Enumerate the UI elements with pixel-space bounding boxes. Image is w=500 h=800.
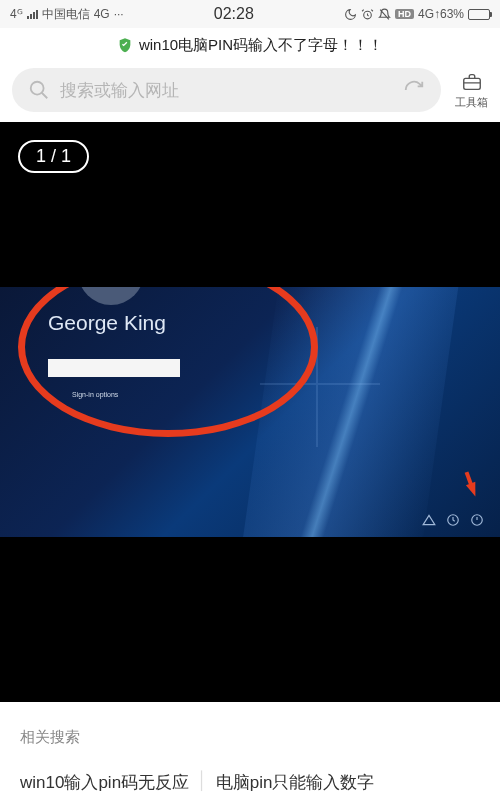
hd-badge: HD <box>395 9 414 19</box>
status-right: HD 4G↑63% <box>344 7 490 21</box>
network-icon <box>422 513 436 527</box>
annotation-arrow <box>466 482 480 499</box>
status-bar: 4ᴳ 中国电信 4G ··· 02:28 HD 4G↑63% <box>0 0 500 28</box>
search-icon <box>28 79 50 101</box>
image-viewer[interactable]: 1 / 1 George King Sign-in options <box>0 122 500 702</box>
divider: │ <box>197 771 208 794</box>
svg-point-1 <box>31 82 44 95</box>
fourg-label: 4ᴳ <box>10 7 23 21</box>
refresh-icon[interactable] <box>403 79 425 101</box>
page-indicator: 1 / 1 <box>18 140 89 173</box>
moon-icon <box>344 8 357 21</box>
status-left: 4ᴳ 中国电信 4G ··· <box>10 6 124 23</box>
shield-icon <box>117 36 133 54</box>
related-link-1[interactable]: win10输入pin码无反应 <box>20 771 189 794</box>
search-box[interactable]: 搜索或输入网址 <box>12 68 441 112</box>
search-row: 搜索或输入网址 工具箱 <box>0 62 500 122</box>
page-title-bar: win10电脑PIN码输入不了字母！！！ <box>0 28 500 62</box>
network-label: 4G <box>94 7 110 21</box>
network-right: 4G↑63% <box>418 7 464 21</box>
battery-icon <box>468 9 490 20</box>
lockscreen-image: George King Sign-in options <box>0 287 500 537</box>
related-heading: 相关搜索 <box>0 702 500 757</box>
more-dots: ··· <box>114 7 124 21</box>
toolbox-label: 工具箱 <box>455 95 488 110</box>
lockscreen-tray <box>422 513 484 527</box>
toolbox-button[interactable]: 工具箱 <box>455 71 488 110</box>
alarm-icon <box>361 8 374 21</box>
svg-rect-2 <box>463 78 480 89</box>
related-links: win10输入pin码无反应 │ 电脑pin只能输入数字 <box>0 757 500 794</box>
ease-of-access-icon <box>446 513 460 527</box>
clock: 02:28 <box>124 5 344 23</box>
toolbox-icon <box>460 71 484 93</box>
carrier-label: 中国电信 <box>42 6 90 23</box>
search-placeholder: 搜索或输入网址 <box>60 79 393 102</box>
power-icon <box>470 513 484 527</box>
page-title: win10电脑PIN码输入不了字母！！！ <box>139 36 383 55</box>
related-link-2[interactable]: 电脑pin只能输入数字 <box>216 771 375 794</box>
mute-icon <box>378 8 391 21</box>
signal-icon <box>27 9 38 19</box>
